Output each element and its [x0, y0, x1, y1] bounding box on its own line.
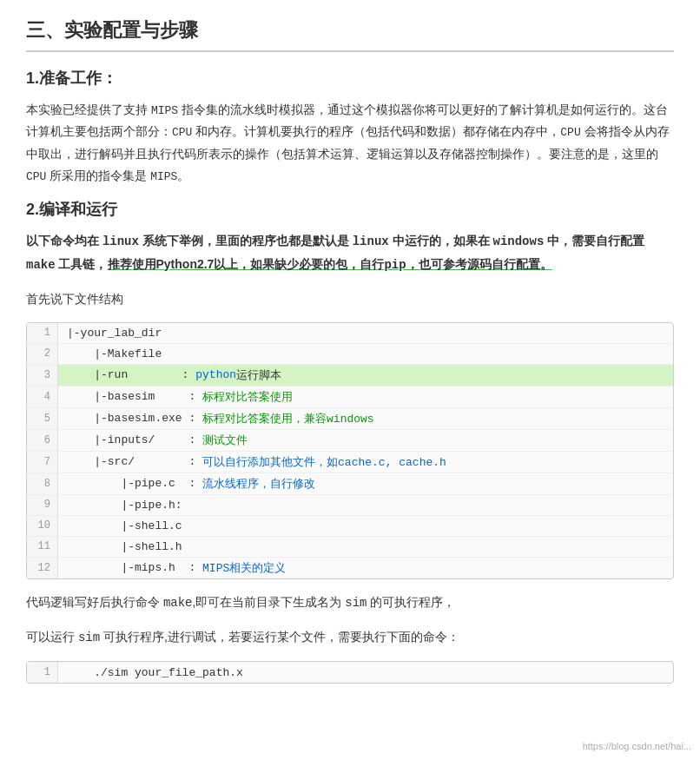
line-content-12: |-mips.h : MIPS相关的定义: [58, 558, 294, 578]
line-num-8: 8: [27, 473, 58, 494]
windows-code: windows: [492, 235, 544, 248]
line-num-6: 6: [27, 430, 58, 451]
line-content-1: |-your_lab_dir: [58, 323, 170, 343]
line-num-2: 2: [27, 344, 58, 364]
line-content-10: |-shell.c: [58, 516, 191, 536]
line-content-7: |-src/ : 可以自行添加其他文件，如cache.c, cache.h: [58, 452, 455, 473]
bold-paragraph-1: 以下命令均在 linux 系统下举例，里面的程序也都是默认是 linux 中运行…: [26, 230, 674, 275]
code-line-9: 9 |-pipe.h:: [27, 495, 673, 516]
inputs-comment: 测试文件: [202, 433, 248, 448]
cpu-mention-2: CPU: [560, 126, 580, 139]
line-num-3: 3: [27, 365, 58, 386]
cpu-mention-1: CPU: [172, 126, 192, 139]
mips-mention-1: MIPS: [151, 104, 178, 117]
line-content-2: |-Makefile: [58, 344, 170, 364]
line-content-11: |-shell.h: [58, 537, 191, 557]
cpu-mention-3: CPU: [26, 170, 46, 183]
line-num-9: 9: [27, 495, 58, 515]
line-content-9: |-pipe.h:: [58, 495, 191, 515]
line-content-3: |-run : python运行脚本: [58, 365, 290, 386]
code-line-12: 12 |-mips.h : MIPS相关的定义: [27, 558, 673, 578]
line-num-12: 12: [27, 558, 58, 578]
sim-code-line-1: 1 ./sim your_file_path.x: [27, 662, 673, 683]
code-line-11: 11 |-shell.h: [27, 537, 673, 558]
code-line-2: 2 |-Makefile: [27, 344, 673, 365]
line-content-8: |-pipe.c : 流水线程序，自行修改: [58, 473, 324, 494]
code-line-6: 6 |-inputs/ : 测试文件: [27, 430, 673, 452]
python-keyword: python: [195, 368, 236, 381]
sim-run: sim: [78, 631, 100, 644]
pipec-comment: 流水线程序，自行修改: [202, 476, 315, 492]
sim-line-content-1: ./sim your_file_path.x: [58, 662, 252, 683]
linux-code-1: linux: [102, 235, 139, 248]
sim-line-num-1: 1: [27, 662, 58, 683]
python-recommend: 推荐使用Python2.7以上，如果缺少必要的包，自行pip，也可参考源码自行配…: [108, 257, 552, 271]
src-comment: 可以自行添加其他文件，如cache.c, cache.h: [202, 454, 446, 470]
line-num-5: 5: [27, 408, 58, 429]
sim-name: sim: [345, 596, 367, 610]
basesim-comment: 标程对比答案使用: [202, 389, 293, 405]
basesim-exe-comment: 标程对比答案使用，兼容windows: [202, 411, 374, 426]
make-cmd: make: [163, 596, 193, 610]
code-line-8: 8 |-pipe.c : 流水线程序，自行修改: [27, 473, 673, 495]
intro-text: 首先说下文件结构: [26, 288, 674, 310]
line-num-11: 11: [27, 537, 58, 557]
subsection1-title: 1.准备工作：: [26, 68, 674, 89]
subsection1-paragraph: 本实验已经提供了支持 MIPS 指令集的流水线时模拟器，通过这个模拟器你将可以更…: [26, 99, 674, 187]
line-num-1: 1: [27, 323, 58, 343]
after-code-text-1: 代码逻辑写好后执行命令 make,即可在当前目录下生成名为 sim 的可执行程序…: [26, 591, 674, 614]
code-line-3: 3 |-run : python运行脚本: [27, 365, 673, 387]
make-code: make: [26, 258, 56, 272]
code-line-1: 1 |-your_lab_dir: [27, 323, 673, 344]
line-num-4: 4: [27, 387, 58, 407]
code-line-4: 4 |-basesim : 标程对比答案使用: [27, 387, 673, 408]
mipsh-comment: MIPS相关的定义: [202, 560, 286, 576]
code-line-7: 7 |-src/ : 可以自行添加其他文件，如cache.c, cache.h: [27, 452, 673, 473]
line-content-4: |-basesim : 标程对比答案使用: [58, 387, 301, 407]
line-num-10: 10: [27, 516, 58, 536]
line-content-5: |-basesim.exe : 标程对比答案使用，兼容windows: [58, 408, 383, 429]
code-line-5: 5 |-basesim.exe : 标程对比答案使用，兼容windows: [27, 408, 673, 430]
file-structure-code-block: 1 |-your_lab_dir 2 |-Makefile 3 |-run : …: [26, 322, 674, 579]
mips-mention-2: MIPS: [150, 170, 177, 183]
after-code-text-2: 可以运行 sim 可执行程序,进行调试，若要运行某个文件，需要执行下面的命令：: [26, 626, 674, 649]
line-content-6: |-inputs/ : 测试文件: [58, 430, 256, 451]
pip-code: pip: [384, 258, 406, 272]
subsection2-title: 2.编译和运行: [26, 199, 674, 220]
linux-code-2: linux: [353, 235, 389, 248]
section-title: 三、实验配置与步骤: [26, 17, 674, 52]
code-line-10: 10 |-shell.c: [27, 516, 673, 537]
line-num-7: 7: [27, 452, 58, 473]
sim-command-code-block: 1 ./sim your_file_path.x: [26, 661, 674, 684]
